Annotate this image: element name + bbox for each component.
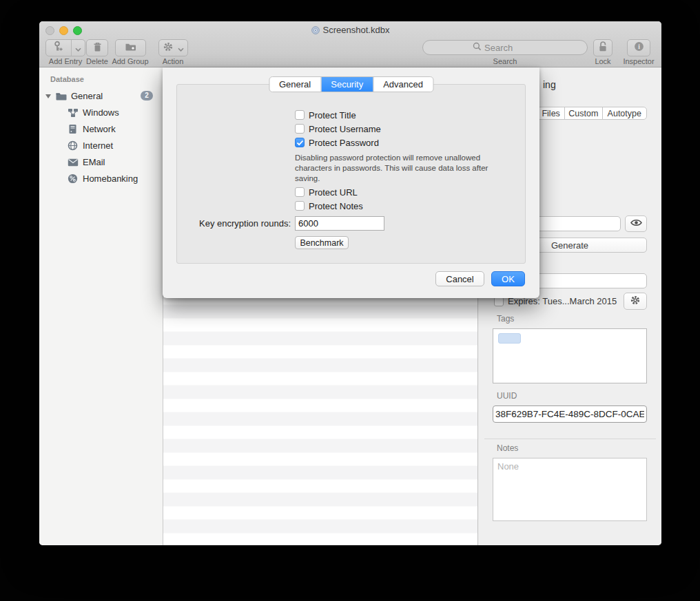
password-protection-warning: Disabling password protection will remov…	[295, 153, 499, 184]
protect-username-checkbox[interactable]	[295, 124, 305, 134]
tags-label: Tags	[497, 314, 514, 324]
benchmark-label: Benchmark	[300, 238, 343, 248]
tab-advanced[interactable]: Advanced	[373, 77, 433, 92]
app-window: Screenshot.kdbx Add Entry Delete Add	[39, 21, 661, 545]
sidebar-item-label: Windows	[83, 107, 119, 118]
security-settings-dialog: Protect Title Protect Username Protect P…	[163, 67, 539, 298]
search-icon	[473, 41, 482, 54]
sidebar-item-label: General	[71, 91, 103, 101]
uuid-label: UUID	[497, 391, 517, 401]
separator	[484, 439, 656, 439]
eye-icon	[630, 218, 642, 229]
sidebar-item-internet[interactable]: Internet	[39, 139, 163, 153]
cancel-label: Cancel	[446, 274, 473, 284]
add-group-label: Add Group	[112, 57, 148, 65]
protect-notes-label: Protect Notes	[309, 201, 363, 211]
sidebar-item-windows[interactable]: Windows	[39, 106, 163, 120]
folder-plus-icon	[125, 42, 136, 54]
gear-icon	[630, 295, 641, 308]
sidebar-item-label: EMail	[83, 157, 105, 167]
tag-pill	[498, 333, 521, 344]
sidebar-item-email[interactable]: EMail	[39, 156, 163, 169]
gear-icon	[163, 41, 174, 55]
expires-settings-button[interactable]	[624, 293, 647, 310]
add-group-button[interactable]	[115, 39, 146, 56]
protect-notes-checkbox[interactable]	[295, 201, 305, 211]
key-rounds-label: Key encryption rounds:	[177, 218, 291, 229]
sidebar-item-homebanking[interactable]: Homebanking	[39, 172, 163, 186]
notes-field[interactable]	[493, 458, 647, 521]
dialog-tab-bar: General Security Advanced	[269, 76, 433, 92]
inspector-title-fragment: ing	[543, 79, 556, 90]
percent-icon	[68, 173, 78, 186]
titlebar-toolbar: Screenshot.kdbx Add Entry Delete Add	[39, 21, 661, 67]
action-label: Action	[163, 57, 184, 65]
tab-general[interactable]: General	[269, 77, 320, 92]
search-label: Search	[493, 57, 517, 65]
sidebar-item-general[interactable]: General 2	[39, 89, 163, 103]
add-entry-label: Add Entry	[49, 57, 82, 65]
sidebar-item-label: Internet	[83, 140, 113, 151]
ok-button[interactable]: OK	[491, 271, 525, 286]
chevron-down-icon	[178, 42, 184, 54]
svg-text:i: i	[638, 43, 640, 50]
delete-label: Delete	[86, 57, 108, 65]
chevron-down-icon[interactable]	[72, 42, 85, 54]
globe-icon	[68, 140, 78, 153]
generate-label: Generate	[551, 240, 588, 251]
sidebar-item-network[interactable]: Network	[39, 123, 163, 136]
server-icon	[68, 124, 77, 136]
sidebar-item-label: Network	[83, 124, 116, 134]
tab-files[interactable]: Files	[537, 107, 564, 119]
tags-box[interactable]	[493, 328, 647, 383]
protect-url-label: Protect URL	[309, 187, 358, 198]
inspector-button[interactable]: i	[627, 39, 650, 56]
entry-count-badge: 2	[141, 91, 153, 101]
protect-title-label: Protect Title	[309, 110, 356, 120]
envelope-icon	[68, 158, 79, 169]
trash-icon	[92, 41, 103, 55]
window-title-text: Screenshot.kdbx	[323, 25, 390, 35]
cancel-button[interactable]: Cancel	[435, 271, 484, 286]
tab-custom[interactable]: Custom	[564, 107, 602, 119]
protect-notes-row: Protect Notes	[295, 200, 363, 211]
key-plus-icon	[46, 41, 71, 55]
inspector-label: Inspector	[623, 57, 654, 65]
search-field[interactable]	[422, 40, 588, 55]
protect-password-checkbox[interactable]	[295, 138, 305, 147]
windows-group-icon	[68, 108, 79, 120]
sidebar: Database General 2 Windows Network	[39, 67, 163, 545]
disclosure-triangle-icon[interactable]	[45, 94, 51, 98]
action-button[interactable]	[158, 39, 188, 56]
sidebar-header: Database	[50, 75, 84, 83]
ok-label: OK	[502, 274, 515, 284]
tab-security[interactable]: Security	[320, 77, 373, 92]
protect-username-row: Protect Username	[295, 123, 381, 134]
info-icon: i	[634, 41, 644, 54]
protect-url-row: Protect URL	[295, 187, 358, 198]
protect-title-checkbox[interactable]	[295, 110, 305, 120]
search-input[interactable]	[484, 43, 574, 53]
protect-title-row: Protect Title	[295, 109, 356, 120]
document-icon	[311, 26, 320, 36]
reveal-password-button[interactable]	[625, 215, 647, 232]
window-title: Screenshot.kdbx	[39, 25, 661, 36]
dialog-content-box: Protect Title Protect Username Protect P…	[176, 84, 526, 264]
folder-icon	[55, 92, 67, 103]
lock-button[interactable]	[593, 39, 612, 56]
notes-label: Notes	[497, 443, 518, 453]
uuid-field[interactable]	[493, 405, 647, 423]
protect-username-label: Protect Username	[309, 124, 381, 134]
key-rounds-input[interactable]	[295, 216, 384, 231]
delete-button[interactable]	[86, 39, 108, 56]
protect-password-row: Protect Password	[295, 137, 379, 148]
protect-url-checkbox[interactable]	[295, 187, 305, 197]
tab-autotype[interactable]: Autotype	[602, 107, 646, 119]
sidebar-item-label: Homebanking	[83, 173, 138, 184]
lock-label: Lock	[595, 57, 610, 65]
add-entry-button[interactable]	[45, 39, 85, 56]
unlock-icon	[597, 41, 608, 55]
benchmark-button[interactable]: Benchmark	[295, 236, 349, 249]
protect-password-label: Protect Password	[309, 138, 379, 148]
